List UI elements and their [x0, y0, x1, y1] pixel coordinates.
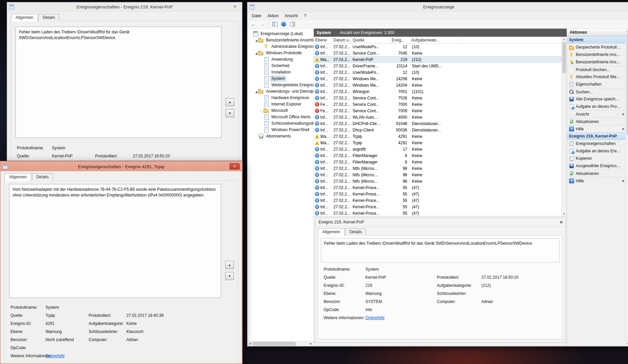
- tree-scrollbar[interactable]: ◀ ▶: [247, 341, 313, 346]
- event-level-icon: [315, 166, 319, 171]
- scroll-down-button[interactable]: ▼: [562, 211, 567, 216]
- field-label: Protokollname:: [16, 146, 52, 150]
- event-level-icon: [315, 96, 319, 100]
- field-row: Quelle: Kernel-PnP Protokolliert: 27.02.…: [321, 273, 560, 281]
- actions-scrollbar[interactable]: ▲ ▼: [626, 29, 628, 346]
- event-properties-icon: [9, 4, 14, 9]
- tree-item[interactable]: Sicherheit: [247, 62, 313, 69]
- tree-item-icon: [264, 63, 269, 68]
- tree-item-icon: [258, 89, 264, 94]
- tree-item-label: Abonnements: [265, 133, 292, 139]
- tab-page: Vom Netzwerkadapter mit der Hardwareadre…: [4, 180, 238, 364]
- scrollbar-thumb[interactable]: [562, 42, 566, 73]
- online-help-link[interactable]: Onlinehilfe: [46, 354, 89, 358]
- close-icon[interactable]: ×: [231, 3, 239, 9]
- tab-details[interactable]: Details: [345, 228, 366, 236]
- scroll-right-button[interactable]: ▶: [308, 341, 313, 346]
- tree-item[interactable]: Anwendung: [247, 56, 313, 62]
- tree-item-label: System: [270, 76, 286, 81]
- action-icon: [569, 119, 574, 124]
- tree-item-icon: [264, 101, 269, 107]
- scroll-left-button[interactable]: ◀: [247, 341, 252, 346]
- event-level-icon: [315, 102, 319, 107]
- tree-item-label: Anwendungs- und Dienstprotokolle: [265, 89, 313, 94]
- tab-allgemein[interactable]: Allgemein: [318, 228, 345, 236]
- action-icon: [569, 178, 574, 183]
- field-row: Benutzer: Nicht zutreffend Computer: Adr…: [9, 336, 235, 344]
- next-event-button[interactable]: ▼: [225, 272, 234, 280]
- event-viewer-window: Ereignisanzeige Datei Aktion Ansicht ? ←…: [247, 2, 628, 346]
- help-button[interactable]: [279, 21, 288, 28]
- tab-details[interactable]: Details: [38, 14, 60, 21]
- tree-item-icon: [264, 44, 269, 49]
- previous-event-button[interactable]: ▲: [226, 98, 234, 106]
- tree-item-icon: [264, 57, 269, 62]
- tree-item-icon: [264, 76, 269, 81]
- previous-event-button[interactable]: ▲: [225, 261, 234, 269]
- dialog-titlebar[interactable]: Ereigniseigenschaften - Ereignis 219, Ke…: [7, 2, 242, 12]
- field-label: Protokolliert:: [95, 154, 133, 158]
- event-level-icon: [315, 64, 319, 68]
- tab-details[interactable]: Details: [32, 173, 53, 181]
- field-row: Ebene: Warnung Schlüsselwörter:: [321, 290, 560, 298]
- tree-item-icon: [253, 31, 258, 36]
- event-description: Fehler beim Laden des Treibers \Driver\W…: [321, 238, 560, 263]
- field-row: Protokollname: System: [16, 144, 235, 152]
- tree-item-icon: [264, 95, 269, 100]
- tree-item[interactable]: Anwendungs- und Dienstprotokolle: [247, 88, 313, 94]
- action-icon: [569, 149, 574, 154]
- tab-allgemein[interactable]: Allgemein: [5, 173, 31, 181]
- field-value: 27.02.2017 18:50:20: [133, 154, 235, 158]
- tree-item[interactable]: Weitergeleitete Ereignisse: [247, 82, 313, 88]
- tree-item-label: Hardware-Ereignisse: [270, 95, 310, 100]
- action-icon: [569, 141, 574, 146]
- tree-item-label: Installation: [270, 69, 292, 75]
- scroll-down-button[interactable]: ▼: [626, 341, 628, 346]
- event-level-icon: [315, 121, 319, 126]
- tree-item[interactable]: Ereignisanzeige (Lokal): [247, 30, 313, 37]
- tree-item[interactable]: Benutzerdefinierte Ansichten: [247, 37, 313, 43]
- tree-expander-icon[interactable]: [260, 109, 264, 113]
- tab-allgemein[interactable]: Allgemein: [11, 14, 38, 22]
- tree-item[interactable]: Abonnements: [247, 133, 313, 139]
- tree-item-label: Administrative Ereignisse: [270, 44, 313, 49]
- dialog-titlebar[interactable]: Ereigniseigenschaften - Ereignis 4291, T…: [1, 162, 242, 171]
- action-icon: [569, 45, 574, 50]
- tree-expander-icon[interactable]: [254, 38, 258, 42]
- action-icon: [569, 60, 574, 65]
- scroll-up-button[interactable]: ▲: [562, 37, 567, 42]
- tree-item[interactable]: Microsoft: [247, 107, 313, 114]
- tree-item[interactable]: Hardware-Ereignisse: [247, 94, 313, 101]
- tree-item[interactable]: Schlüsselverwaltungsdienst: [247, 120, 313, 126]
- tree-item[interactable]: Installation: [247, 69, 313, 75]
- action-pane-icon: [290, 22, 295, 26]
- tree-item[interactable]: System: [247, 75, 313, 82]
- field-value: System: [52, 146, 95, 150]
- event-description: Fehler beim Laden des Treibers \Driver\W…: [16, 27, 221, 138]
- close-button[interactable]: ×: [230, 163, 240, 170]
- tree-item-label: Windows PowerShell: [270, 127, 310, 132]
- tree-item-icon: [258, 50, 264, 55]
- tree-item[interactable]: Windows-Protokolle: [247, 50, 313, 56]
- tree-item-label: Weitergeleitete Ereignisse: [270, 82, 313, 88]
- tree-expander-icon[interactable]: [254, 89, 258, 93]
- tree-item[interactable]: Windows PowerShell: [247, 126, 313, 133]
- scroll-up-button[interactable]: ▲: [626, 29, 628, 34]
- tree-item-icon: [264, 127, 269, 132]
- help-icon: [281, 22, 286, 27]
- next-event-button[interactable]: ▼: [226, 109, 234, 117]
- action-icon: [569, 104, 574, 109]
- tree-item[interactable]: Microsoft Office Alerts: [247, 114, 313, 120]
- tree-expander-icon[interactable]: [254, 51, 258, 55]
- event-level-icon: [315, 115, 319, 119]
- tree-item[interactable]: Administrative Ereignisse: [247, 43, 313, 50]
- scrollbar-thumb[interactable]: [627, 33, 628, 134]
- online-help-link[interactable]: Onlinehilfe: [365, 315, 437, 320]
- action-icon: [569, 97, 574, 102]
- field-row: Ereignis-ID: 4291 Aufgabenkategorie: Kei…: [9, 320, 235, 328]
- dialog-title: Ereigniseigenschaften - Ereignis 4291, T…: [14, 164, 228, 169]
- event-level-icon: [315, 83, 319, 87]
- tree-item[interactable]: Internet Explorer: [247, 101, 313, 107]
- scrollbar-thumb[interactable]: [252, 342, 296, 346]
- event-list-scrollbar[interactable]: ▲ ▼: [561, 37, 567, 216]
